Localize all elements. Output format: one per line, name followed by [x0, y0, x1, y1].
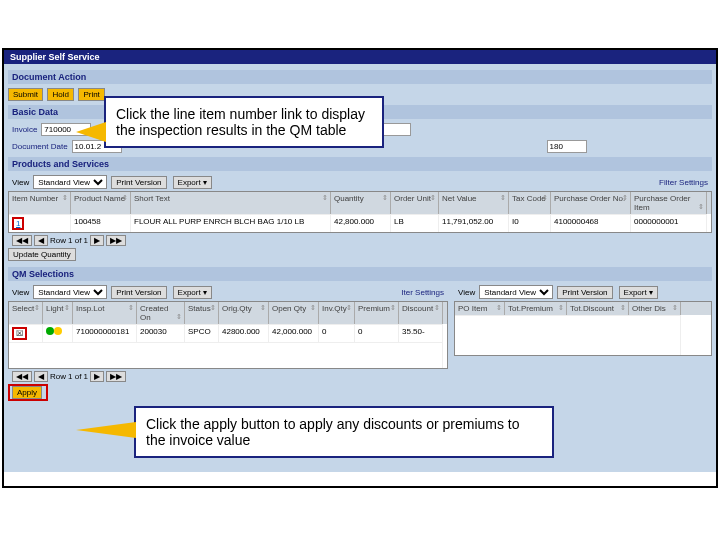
qm-page-first[interactable]: ◀◀	[12, 371, 32, 382]
col-qty[interactable]: Quantity	[331, 192, 391, 214]
qm-cell-lot: 710000000181	[73, 324, 137, 342]
page-last[interactable]: ▶▶	[106, 235, 126, 246]
cell-tax: I0	[509, 214, 551, 232]
title-bar: Supplier Self Service	[4, 50, 716, 64]
qm-col-created[interactable]: Created On	[137, 302, 185, 324]
r-col-poitem[interactable]: PO Item	[455, 302, 505, 315]
qm-cell-prem: 0	[355, 324, 399, 342]
qm-header: QM Selections	[8, 267, 712, 281]
qm-printv-button[interactable]: Print Version	[111, 286, 166, 299]
qm-cell-disc: 35.50-	[399, 324, 443, 342]
r-view-select[interactable]: Standard View	[479, 285, 553, 299]
print-button[interactable]: Print	[78, 88, 104, 101]
col-netvalue[interactable]: Net Value	[439, 192, 509, 214]
qm-col-light[interactable]: Light	[43, 302, 73, 324]
qm-page-prev[interactable]: ◀	[34, 371, 48, 382]
cell-product: 100458	[71, 214, 131, 232]
qm-iter-link[interactable]: Iter Settings	[401, 288, 444, 297]
r-view-label: View	[458, 288, 475, 297]
r-printv-button[interactable]: Print Version	[557, 286, 612, 299]
qm-export-button[interactable]: Export ▾	[173, 286, 212, 299]
qm-table: Select Light Insp.Lot Created On Status …	[8, 301, 448, 369]
qm-page-last[interactable]: ▶▶	[106, 371, 126, 382]
r-col-disc[interactable]: Tot.Discount	[567, 302, 629, 315]
cell-qty: 42,800.000	[331, 214, 391, 232]
qm-col-orig[interactable]: Orig.Qty	[219, 302, 269, 324]
hold-button[interactable]: Hold	[47, 88, 73, 101]
page-prev[interactable]: ◀	[34, 235, 48, 246]
callout-apply: Click the apply button to apply any disc…	[134, 406, 554, 458]
col-short-text[interactable]: Short Text	[131, 192, 331, 214]
qm-view-label: View	[12, 288, 29, 297]
qm-select-check[interactable]: ☒	[12, 327, 27, 340]
qm-cell-open: 42,000.000	[269, 324, 319, 342]
col-tax[interactable]: Tax Code	[509, 192, 551, 214]
view-select[interactable]: Standard View	[33, 175, 107, 189]
qm-col-disc[interactable]: Discount	[399, 302, 443, 324]
light-green-icon	[46, 327, 54, 335]
id-field[interactable]	[547, 140, 587, 153]
view-label: View	[12, 178, 29, 187]
invoice-label: Invoice	[12, 125, 37, 134]
cell-text: FLOUR ALL PURP ENRCH BLCH BAG 1/10 LB	[131, 214, 331, 232]
qm-col-select[interactable]: Select	[9, 302, 43, 324]
docdate-label: Document Date	[12, 142, 68, 151]
cell-unit: LB	[391, 214, 439, 232]
qm-cell-created: 200030	[137, 324, 185, 342]
products-header: Products and Services	[8, 157, 712, 171]
qm-col-prem[interactable]: Premium	[355, 302, 399, 324]
apply-button[interactable]: Apply	[12, 386, 42, 399]
printversion-button[interactable]: Print Version	[111, 176, 166, 189]
r-col-prem[interactable]: Tot.Premium	[505, 302, 567, 315]
callout-item-link: Click the line item number link to displ…	[104, 96, 384, 148]
qm-page-next[interactable]: ▶	[90, 371, 104, 382]
cell-poitem: 0000000001	[631, 214, 707, 232]
qm-col-inv[interactable]: Inv.Qty	[319, 302, 355, 324]
items-table: Item Number Product Name Short Text Quan…	[8, 191, 712, 233]
col-unit[interactable]: Order Unit	[391, 192, 439, 214]
qm-col-lot[interactable]: Insp.Lot	[73, 302, 137, 324]
qm-cell-orig: 42800.000	[219, 324, 269, 342]
cell-net: 11,791,052.00	[439, 214, 509, 232]
submit-button[interactable]: Submit	[8, 88, 43, 101]
qm-pager-of: 1 of 1	[68, 372, 88, 381]
pager-of: 1 of 1	[68, 236, 88, 245]
item-number-link[interactable]: 1	[16, 219, 20, 228]
filter-settings-link[interactable]: Filter Settings	[659, 178, 708, 187]
qm-col-open[interactable]: Open Qty	[269, 302, 319, 324]
qm-row: ☒ 710000000181 200030 SPCO 42800.000 42,…	[9, 324, 447, 342]
col-pono[interactable]: Purchase Order No.	[551, 192, 631, 214]
table-row: 1 100458 FLOUR ALL PURP ENRCH BLCH BAG 1…	[9, 214, 711, 232]
qm-pager-row: Row	[50, 372, 66, 381]
qm-cell-status: SPCO	[185, 324, 219, 342]
col-item-number[interactable]: Item Number	[9, 192, 71, 214]
light-yellow-icon	[54, 327, 62, 335]
col-poitem[interactable]: Purchase Order Item	[631, 192, 707, 214]
export-button[interactable]: Export ▾	[173, 176, 212, 189]
cell-pono: 4100000468	[551, 214, 631, 232]
col-product[interactable]: Product Name	[71, 192, 131, 214]
right-table: PO Item Tot.Premium Tot.Discount Other D…	[454, 301, 712, 356]
document-action-header: Document Action	[8, 70, 712, 84]
pager-row: Row	[50, 236, 66, 245]
page-next[interactable]: ▶	[90, 235, 104, 246]
r-export-button[interactable]: Export ▾	[619, 286, 658, 299]
qm-col-status[interactable]: Status	[185, 302, 219, 324]
page-first[interactable]: ◀◀	[12, 235, 32, 246]
qm-cell-inv: 0	[319, 324, 355, 342]
r-col-other[interactable]: Other Dis	[629, 302, 681, 315]
update-qty-button[interactable]: Update Quantity	[8, 248, 76, 261]
qm-view-select[interactable]: Standard View	[33, 285, 107, 299]
